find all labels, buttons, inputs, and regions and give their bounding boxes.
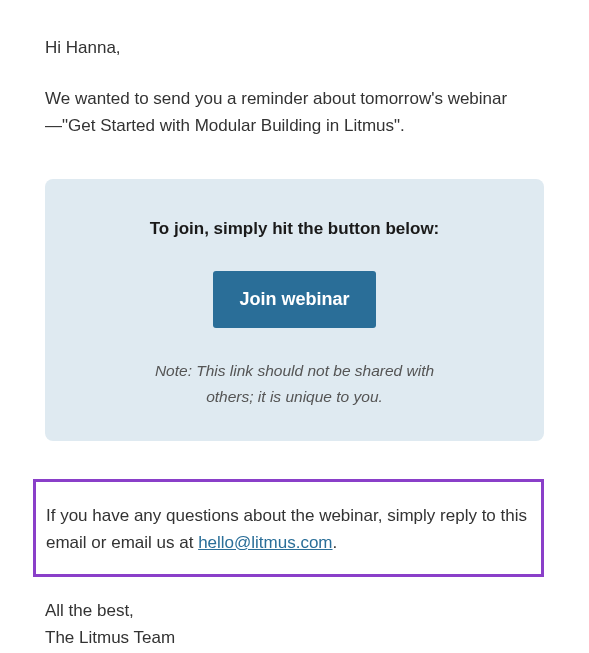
card-heading: To join, simply hit the button below: — [95, 219, 494, 239]
intro-text: We wanted to send you a reminder about t… — [45, 85, 544, 139]
contact-email-link[interactable]: hello@litmus.com — [198, 533, 332, 552]
join-webinar-button[interactable]: Join webinar — [213, 271, 375, 328]
join-card: To join, simply hit the button below: Jo… — [45, 179, 544, 441]
signoff: All the best, The Litmus Team — [45, 597, 544, 651]
signoff-line2: The Litmus Team — [45, 628, 175, 647]
card-note: Note: This link should not be shared wit… — [135, 358, 455, 411]
signoff-line1: All the best, — [45, 601, 134, 620]
questions-after: . — [333, 533, 338, 552]
questions-text: If you have any questions about the webi… — [46, 502, 527, 556]
greeting-text: Hi Hanna, — [45, 35, 544, 61]
highlight-box: If you have any questions about the webi… — [33, 479, 544, 577]
